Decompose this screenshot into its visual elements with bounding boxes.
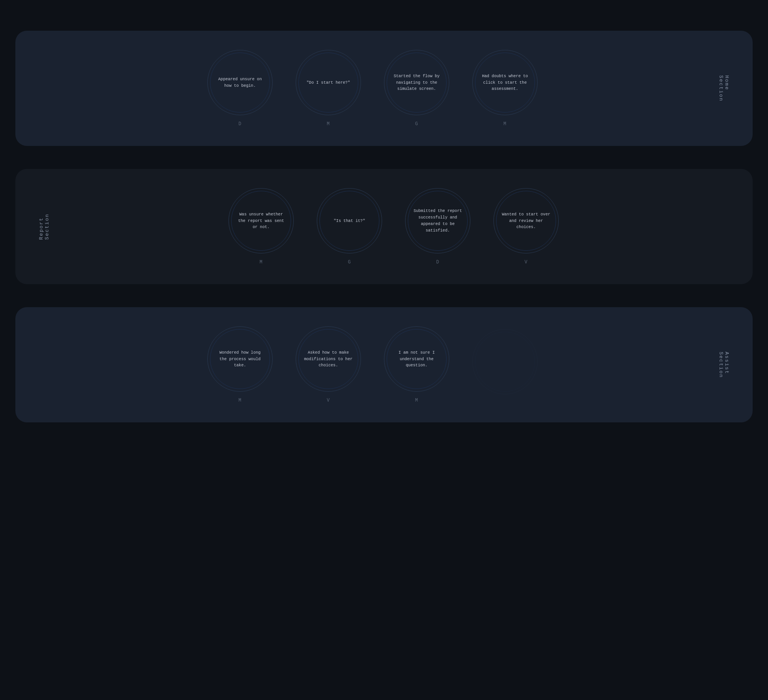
- circle-text: Wondered how long the process would take…: [215, 349, 265, 369]
- home-circles-row: Appeared unsure on how to begin. D "Do I…: [38, 50, 707, 127]
- circle-m2: Had doubts where to click to start the a…: [472, 50, 538, 115]
- circle-text: Had doubts where to click to start the a…: [480, 73, 530, 92]
- home-section: Appeared unsure on how to begin. D "Do I…: [15, 31, 753, 146]
- circle-item: Wanted to start over and review her choi…: [493, 188, 559, 265]
- circle-m1: "Do I start here?": [296, 50, 361, 115]
- circle-text: Appeared unsure on how to begin.: [215, 76, 265, 89]
- circle-v2: Asked how to make modifications to her c…: [296, 326, 361, 392]
- circle-d1: Appeared unsure on how to begin.: [207, 50, 273, 115]
- circle-d2: Submitted the report successfully and ap…: [405, 188, 470, 253]
- assist-section: Wondered how long the process would take…: [15, 307, 753, 422]
- circle-item: Had doubts where to click to start the a…: [472, 50, 538, 127]
- circle-item: Started the flow by navigating to the si…: [384, 50, 449, 127]
- circle-user-label: M: [327, 121, 330, 127]
- home-section-label: HomeSection: [718, 75, 730, 102]
- circle-g1: Started the flow by navigating to the si…: [384, 50, 449, 115]
- circle-item: Was unsure whether the report was sent o…: [228, 188, 294, 265]
- circle-user-label: G: [415, 121, 418, 127]
- circle-text: Wanted to start over and review her choi…: [502, 211, 551, 230]
- assist-section-label: AssistSection: [718, 352, 730, 378]
- circle-user-label: M: [503, 121, 506, 127]
- circle-item: Wondered how long the process would take…: [207, 326, 273, 403]
- circle-item: Asked how to make modifications to her c…: [296, 326, 361, 403]
- circle-text: Submitted the report successfully and ap…: [413, 208, 462, 233]
- circle-item: Appeared unsure on how to begin. D: [207, 50, 273, 127]
- circle-item: I am not sure I understand the question.…: [384, 326, 449, 403]
- circle-user-label: V: [327, 398, 330, 403]
- circle-m3: Was unsure whether the report was sent o…: [228, 188, 294, 253]
- report-section: ReportSection Was unsure whether the rep…: [15, 169, 753, 284]
- circle-item: Submitted the report successfully and ap…: [405, 188, 470, 265]
- assist-circles-row: Wondered how long the process would take…: [38, 326, 707, 403]
- circle-empty: [472, 329, 538, 394]
- circle-item: "Is that it?" G: [317, 188, 382, 265]
- report-circles-row: Was unsure whether the report was sent o…: [58, 188, 730, 265]
- circle-v1: Wanted to start over and review her choi…: [493, 188, 559, 253]
- circle-user-label: M: [415, 398, 418, 403]
- circle-m5: I am not sure I understand the question.: [384, 326, 449, 392]
- circle-user-label: D: [436, 260, 439, 265]
- circle-m4: Wondered how long the process would take…: [207, 326, 273, 392]
- circle-user-label: G: [348, 260, 351, 265]
- report-section-label: ReportSection: [38, 213, 50, 240]
- circle-item-empty: [472, 329, 538, 400]
- circle-text: I am not sure I understand the question.: [392, 349, 441, 369]
- circle-text: "Do I start here?": [306, 79, 350, 86]
- circle-g2: "Is that it?": [317, 188, 382, 253]
- circle-user-label: V: [525, 260, 528, 265]
- circle-text: "Is that it?": [334, 218, 365, 224]
- circle-text: Was unsure whether the report was sent o…: [237, 211, 286, 230]
- circle-user-label: M: [260, 260, 263, 265]
- circle-text: Asked how to make modifications to her c…: [304, 349, 353, 369]
- circle-user-label: D: [238, 121, 242, 127]
- circle-user-label: M: [238, 398, 242, 403]
- circle-item: "Do I start here?" M: [296, 50, 361, 127]
- circle-text: Started the flow by navigating to the si…: [392, 73, 441, 92]
